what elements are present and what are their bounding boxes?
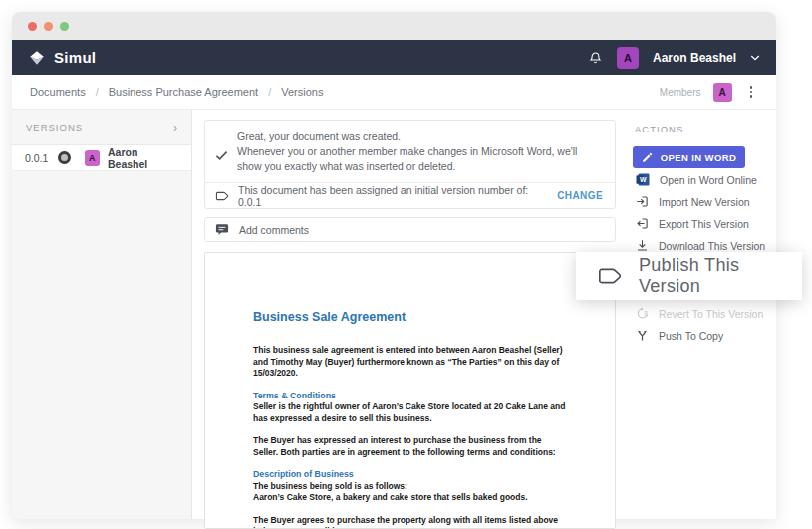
breadcrumb-versions[interactable]: Versions [281,86,323,98]
close-window-button[interactable] [28,22,37,31]
document-paragraph: The Buyer agrees to purchase the propert… [253,515,567,529]
document-preview[interactable]: Business Sale Agreement This business sa… [204,252,616,529]
version-list-item[interactable]: 0.0.1 A Aaron Beashel [12,145,191,171]
document-heading: Description of Business [253,469,567,481]
notice-line-1: Great, your document was created. [237,130,603,144]
versions-sidebar: VERSIONS › 0.0.1 A Aaron Beashel [12,110,192,519]
user-avatar[interactable]: A [617,47,639,69]
action-import-new-version[interactable]: Import New Version [633,191,776,212]
top-navigation: Simul A Aaron Beashel [12,40,776,75]
breadcrumb-separator: / [96,86,99,98]
screenshot-canvas: Simul A Aaron Beashel [0,0,812,529]
breadcrumb-documents[interactable]: Documents [30,86,86,98]
breadcrumb-separator: / [268,86,271,98]
actions-panel: ACTIONS OPEN IN WORD [628,110,776,519]
publish-tag-icon [597,265,623,287]
maximize-window-button[interactable] [60,22,69,31]
open-in-word-label: OPEN IN WORD [661,152,737,163]
word-logo-icon: W [636,173,650,186]
download-icon [636,239,649,252]
breadcrumb-document-title[interactable]: Business Purchase Agreement [109,86,258,98]
version-author-avatar: A [85,150,100,166]
creation-notice-card: Great, your document was created. Whenev… [204,120,616,209]
svg-text:W: W [640,176,647,183]
version-assignment-row: This document has been assigned an initi… [205,182,615,208]
user-name: Aaron Beashel [653,51,736,65]
breadcrumb-bar: Documents / Business Purchase Agreement … [12,75,776,110]
check-icon [215,137,228,174]
member-avatar[interactable]: A [713,83,732,102]
minimize-window-button[interactable] [44,22,53,31]
members-label: Members [660,87,701,98]
export-icon [636,217,649,230]
document-heading: Terms & Conditions [253,391,567,402]
versions-header: VERSIONS › [12,110,191,145]
pencil-icon [642,152,653,163]
user-menu-chevron-down-icon[interactable] [750,54,760,62]
more-options-kebab-icon[interactable] [744,84,759,100]
add-comments-input[interactable]: Add comments [204,217,616,242]
document-title: Business Sale Agreement [253,310,567,324]
branch-icon [636,329,649,342]
version-author-name: Aaron Beashel [108,146,178,170]
action-open-in-word-online[interactable]: W Open in Word Online [633,169,776,190]
add-comments-placeholder: Add comments [239,224,309,236]
document-paragraph: This business sale agreement is entered … [253,345,567,380]
publish-this-version-label: Publish This Version [639,255,802,297]
comment-icon [215,223,229,236]
publish-this-version-callout[interactable]: Publish This Version [576,252,802,300]
document-paragraph: The business being sold is as follows: A… [253,481,567,504]
version-number: 0.0.1 [25,152,58,164]
brand[interactable]: Simul [28,49,96,67]
revert-icon [636,307,649,320]
change-version-link[interactable]: CHANGE [557,190,603,201]
document-paragraph: Seller is the rightful owner of Aaron’s … [253,401,567,424]
simul-logo-icon [28,49,46,67]
version-tag-icon [215,190,229,202]
open-in-word-button[interactable]: OPEN IN WORD [633,146,745,168]
notice-line-2: Whenever you or another member make chan… [237,144,603,174]
main-content: Great, your document was created. Whenev… [192,110,628,519]
import-icon [636,195,649,208]
window-chrome [12,12,776,40]
version-assignment-text: This document has been assigned an initi… [238,184,548,208]
version-timeline-dot-icon [58,151,71,164]
brand-name: Simul [54,49,96,66]
action-revert-to-this-version: Revert To This Version [633,303,776,324]
action-push-to-copy[interactable]: Push To Copy [633,325,776,346]
document-paragraph: The Buyer has expressed an interest to p… [253,435,567,458]
versions-title: VERSIONS [26,122,83,132]
actions-title: ACTIONS [635,124,776,134]
action-export-this-version[interactable]: Export This Version [633,213,776,234]
collapse-chevron-icon[interactable]: › [173,121,177,134]
notifications-bell-icon[interactable] [588,50,603,66]
